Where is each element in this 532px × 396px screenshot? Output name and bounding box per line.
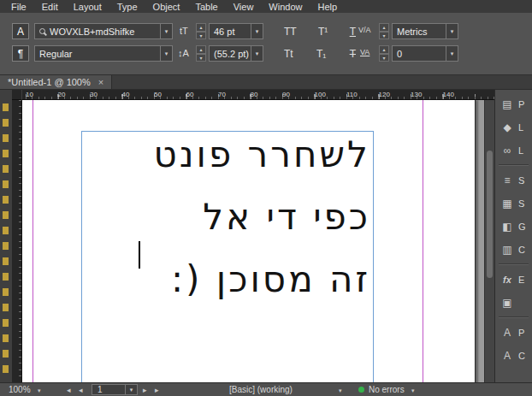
case-icon[interactable]: T <box>350 26 356 38</box>
horizontal-ruler[interactable]: 102030405060708090100110120130140 <box>22 90 494 100</box>
text-line[interactable]: לשחרר פונט <box>153 123 370 186</box>
text-frame[interactable]: לשחרר פונטכפי די אלזה מסוכן (: <box>81 131 374 382</box>
chevron-down-icon[interactable] <box>160 24 172 38</box>
ruler-number: 140 <box>443 91 454 98</box>
document-area: 102030405060708090100110120130140 לשחרר … <box>0 90 494 382</box>
menu-edit[interactable]: Edit <box>34 2 66 12</box>
ruler-corner[interactable] <box>12 90 22 100</box>
viewport: לשחרר פונטכפי די אלזה מסוכן (: <box>22 100 484 382</box>
text-line[interactable]: כפי די אל <box>153 186 370 248</box>
page-number-field[interactable]: 1 <box>92 384 138 395</box>
search-icon <box>39 28 45 34</box>
panel-item-object-styles[interactable]: ▣ <box>495 291 532 314</box>
last-page-icon[interactable] <box>155 383 159 396</box>
menu-help[interactable]: Help <box>310 2 345 12</box>
menu-window[interactable]: Window <box>261 2 310 12</box>
text-cursor <box>139 241 140 269</box>
chevron-down-icon[interactable] <box>446 46 458 61</box>
panel-item-label: P <box>518 99 524 109</box>
close-icon[interactable]: × <box>98 77 103 87</box>
chevron-down-icon[interactable] <box>125 385 137 394</box>
stroke-icon: ≡ <box>500 174 514 186</box>
font-search-value: WOVXLB+mdShifke <box>45 27 134 37</box>
page: לשחרר פונטכפי די אלזה מסוכן (: <box>22 100 476 382</box>
panel-item-paragraph-styles[interactable]: AP <box>495 321 532 344</box>
previous-page-icon[interactable] <box>79 383 83 396</box>
panel-item-color[interactable]: ▥C <box>495 238 532 261</box>
case-icon[interactable]: Tt <box>284 48 293 60</box>
menu-object[interactable]: Object <box>145 2 188 12</box>
preflight-chevron-icon[interactable] <box>339 383 342 396</box>
chevron-down-icon[interactable] <box>251 46 263 61</box>
ruler-number: 60 <box>186 91 194 98</box>
vertical-ruler[interactable] <box>12 100 22 382</box>
menu-type[interactable]: Type <box>109 2 145 12</box>
panel-item-character-styles[interactable]: AC <box>495 344 532 367</box>
ruler-number: 120 <box>379 91 390 98</box>
panel-item-layers[interactable]: ◆L <box>495 115 532 139</box>
first-page-icon[interactable] <box>67 383 71 396</box>
chevron-down-icon[interactable] <box>251 24 263 38</box>
kerning-combo[interactable]: Metrics <box>392 23 458 39</box>
panel-item-label: G <box>518 222 526 232</box>
no-errors-indicator <box>358 387 364 393</box>
panel-divider <box>499 164 529 166</box>
control-toolbar: A ¶ WOVXLB+mdShifke Regular tT 46 pt ↕A … <box>0 13 532 75</box>
next-page-icon[interactable] <box>143 383 147 396</box>
panel-item-label: L <box>518 145 523 156</box>
effects-icon: fx <box>500 275 514 285</box>
panel-divider <box>499 316 529 318</box>
chevron-down-icon[interactable] <box>446 24 458 38</box>
case-icon[interactable]: TT <box>284 26 297 38</box>
font-style-combo[interactable]: Regular <box>34 45 173 62</box>
case-icon[interactable]: T¹ <box>318 26 328 38</box>
paragraph-styles-icon: A <box>500 327 514 339</box>
panel-item-gradient[interactable]: ◧G <box>495 215 532 238</box>
panel-item-stroke[interactable]: ≡S <box>495 168 532 192</box>
case-icon[interactable]: T₁ <box>316 48 326 60</box>
ruler-number: 50 <box>154 91 162 98</box>
leading-combo[interactable]: (55.2 pt) <box>209 45 263 62</box>
character-formatting-button[interactable]: A <box>12 23 29 39</box>
ruler-number: 90 <box>282 91 290 98</box>
text-frame-content[interactable]: לשחרר פונטכפי די אלזה מסוכן (: <box>153 123 370 310</box>
ruler-number: 100 <box>315 91 326 98</box>
text-line[interactable]: זה מסוכן (: <box>153 248 370 310</box>
panel-item-label: P <box>518 328 524 338</box>
color-icon: ▥ <box>500 244 514 256</box>
panel-item-effects[interactable]: fxE <box>495 268 532 291</box>
status-bar: 100% 1 [Basic] (working) No errors <box>0 382 532 396</box>
font-size-stepper[interactable] <box>196 23 206 39</box>
tools-strip <box>0 90 12 382</box>
zoom-value[interactable]: 100% <box>9 383 31 396</box>
font-size-icon: tT <box>180 26 188 36</box>
menu-table[interactable]: Table <box>187 2 225 12</box>
chevron-down-icon[interactable] <box>160 46 172 61</box>
tracking-combo[interactable]: 0 <box>392 45 458 62</box>
character-styles-icon: A <box>500 350 514 362</box>
vertical-scrollbar[interactable] <box>484 100 494 382</box>
menu-view[interactable]: View <box>226 2 262 12</box>
panel-item-links[interactable]: ∞L <box>495 139 532 162</box>
leading-stepper[interactable] <box>196 45 206 62</box>
kerning-stepper[interactable] <box>379 23 389 39</box>
tracking-stepper[interactable] <box>379 45 389 62</box>
panel-item-label: E <box>518 275 524 285</box>
menu-file[interactable]: File <box>3 2 34 12</box>
document-tab[interactable]: *Untitled-1 @ 100% × <box>0 75 112 89</box>
case-icon[interactable]: T <box>350 48 356 60</box>
menu-layout[interactable]: Layout <box>66 2 109 12</box>
font-size-combo[interactable]: 46 pt <box>209 23 263 39</box>
ruler-number: 110 <box>346 91 358 98</box>
ruler-number: 10 <box>26 91 33 98</box>
font-search-combo[interactable]: WOVXLB+mdShifke <box>34 23 173 39</box>
zoom-chevron-icon[interactable] <box>38 383 41 396</box>
errors-chevron-icon[interactable] <box>411 383 415 396</box>
paragraph-formatting-button[interactable]: ¶ <box>12 45 29 62</box>
links-icon: ∞ <box>500 145 514 157</box>
panel-item-swatches[interactable]: ▦S <box>495 192 532 215</box>
panel-item-label: C <box>518 245 525 255</box>
preflight-profile[interactable]: [Basic] (working) <box>229 383 293 396</box>
panel-item-pages[interactable]: ▤P <box>495 92 532 115</box>
scrollbar-thumb[interactable] <box>487 151 493 278</box>
